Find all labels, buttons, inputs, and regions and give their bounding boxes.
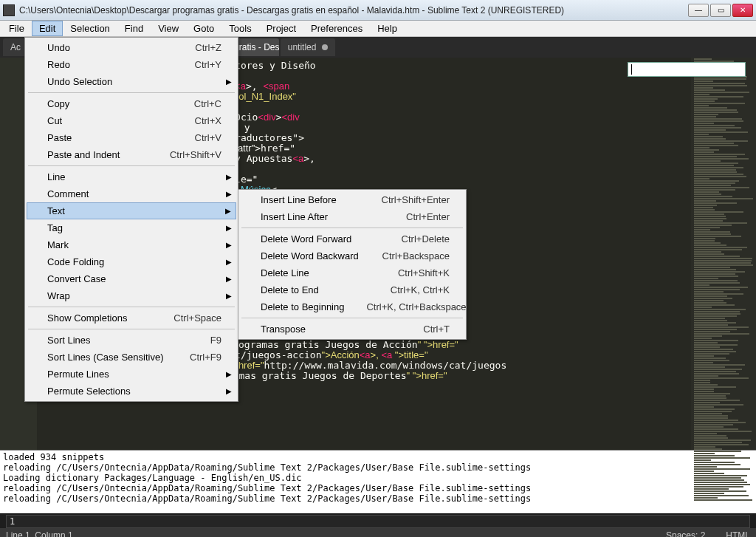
menu-item-undo-selection[interactable]: Undo Selection▶ bbox=[27, 73, 236, 90]
menu-item-shortcut: Ctrl+K, Ctrl+Backspace bbox=[344, 301, 466, 312]
menu-item-line[interactable]: Line▶ bbox=[27, 168, 236, 185]
menu-view[interactable]: View bbox=[151, 21, 186, 36]
chevron-right-icon: ▶ bbox=[226, 173, 232, 181]
menu-item-label: Copy bbox=[47, 98, 69, 109]
menu-item-label: Delete to End bbox=[261, 284, 319, 295]
menu-item-shortcut: Ctrl+F9 bbox=[168, 352, 221, 363]
menu-item-label: Line bbox=[47, 171, 66, 182]
command-line-bar: 1 bbox=[0, 513, 756, 528]
chevron-right-icon: ▶ bbox=[226, 78, 232, 86]
menu-goto[interactable]: Goto bbox=[186, 21, 221, 36]
menu-item-paste[interactable]: PasteCtrl+V bbox=[27, 129, 236, 146]
menu-item-redo[interactable]: RedoCtrl+Y bbox=[27, 56, 236, 73]
side-input-box[interactable] bbox=[628, 62, 746, 77]
status-position: Line 1, Column 1 bbox=[6, 530, 73, 537]
status-language[interactable]: HTML bbox=[726, 530, 750, 537]
menu-item-label: Transpose bbox=[261, 324, 306, 335]
menu-help[interactable]: Help bbox=[370, 21, 405, 36]
window-title: C:\Users\Ontecnia\Desktop\Descargar prog… bbox=[19, 5, 687, 16]
menu-item-transpose[interactable]: TransposeCtrl+T bbox=[240, 321, 464, 338]
menu-project[interactable]: Project bbox=[259, 21, 303, 36]
command-line-input[interactable]: 1 bbox=[6, 515, 750, 528]
menu-item-label: Delete Line bbox=[261, 267, 309, 278]
menu-item-label: Code Folding bbox=[47, 256, 104, 267]
menu-item-shortcut: Ctrl+Shift+Enter bbox=[360, 194, 450, 205]
console-panel[interactable]: loaded 934 snippets reloading /C/Users/O… bbox=[0, 450, 756, 513]
menu-item-text[interactable]: Text▶ bbox=[27, 202, 236, 219]
menu-item-shortcut: Ctrl+Y bbox=[173, 59, 221, 70]
menu-item-sort-lines[interactable]: Sort LinesF9 bbox=[27, 332, 236, 349]
menu-item-undo[interactable]: UndoCtrl+Z bbox=[27, 39, 236, 56]
menu-item-shortcut: Ctrl+C bbox=[172, 98, 221, 109]
menu-item-delete-line[interactable]: Delete LineCtrl+Shift+K bbox=[240, 264, 464, 281]
maximize-button[interactable]: ▭ bbox=[710, 4, 731, 17]
close-button[interactable]: ✕ bbox=[732, 4, 753, 17]
menu-tools[interactable]: Tools bbox=[221, 21, 258, 36]
chevron-right-icon: ▶ bbox=[225, 207, 231, 215]
menu-item-delete-word-backward[interactable]: Delete Word BackwardCtrl+Backspace bbox=[240, 247, 464, 264]
menu-find[interactable]: Find bbox=[117, 21, 151, 36]
menu-item-label: Comment bbox=[47, 188, 89, 199]
menu-item-delete-to-beginning[interactable]: Delete to BeginningCtrl+K, Ctrl+Backspac… bbox=[240, 298, 464, 315]
menu-item-label: Permute Lines bbox=[47, 369, 109, 380]
menu-item-label: Insert Line After bbox=[261, 211, 328, 222]
menu-file[interactable]: File bbox=[1, 21, 32, 36]
chevron-right-icon: ▶ bbox=[226, 224, 232, 232]
status-bar: Line 1, Column 1 Spaces: 2 HTML bbox=[0, 528, 756, 537]
status-spaces[interactable]: Spaces: 2 bbox=[666, 530, 705, 537]
menu-edit[interactable]: Edit bbox=[32, 21, 63, 36]
menu-item-label: Convert Case bbox=[47, 273, 106, 284]
menu-item-convert-case[interactable]: Convert Case▶ bbox=[27, 270, 236, 287]
separator bbox=[241, 318, 463, 318]
menu-item-shortcut: Ctrl+V bbox=[173, 132, 221, 143]
text-submenu-dropdown: Insert Line BeforeCtrl+Shift+EnterInsert… bbox=[238, 189, 467, 340]
menu-item-permute-selections[interactable]: Permute Selections▶ bbox=[27, 383, 236, 400]
menu-item-code-folding[interactable]: Code Folding▶ bbox=[27, 253, 236, 270]
menu-item-insert-line-before[interactable]: Insert Line BeforeCtrl+Shift+Enter bbox=[240, 191, 464, 208]
edit-menu-dropdown: UndoCtrl+ZRedoCtrl+YUndo Selection▶CopyC… bbox=[24, 37, 238, 402]
cursor bbox=[631, 64, 632, 75]
menu-item-shortcut: Ctrl+Shift+K bbox=[376, 267, 450, 278]
menu-item-shortcut: Ctrl+Enter bbox=[384, 211, 450, 222]
separator bbox=[28, 307, 235, 307]
chevron-right-icon: ▶ bbox=[226, 258, 232, 266]
menubar: FileEditSelectionFindViewGotoToolsProjec… bbox=[0, 21, 756, 37]
tab-label: untitled bbox=[288, 42, 317, 52]
menu-item-insert-line-after[interactable]: Insert Line AfterCtrl+Enter bbox=[240, 208, 464, 225]
menu-item-paste-and-indent[interactable]: Paste and IndentCtrl+Shift+V bbox=[27, 146, 236, 163]
menu-item-delete-to-end[interactable]: Delete to EndCtrl+K, Ctrl+K bbox=[240, 281, 464, 298]
menu-item-label: Tag bbox=[47, 222, 63, 233]
menu-item-delete-word-forward[interactable]: Delete Word ForwardCtrl+Delete bbox=[240, 230, 464, 247]
dirty-dot-icon bbox=[322, 44, 328, 50]
menu-item-permute-lines[interactable]: Permute Lines▶ bbox=[27, 366, 236, 383]
menu-item-sort-lines-case-sensitive-[interactable]: Sort Lines (Case Sensitive)Ctrl+F9 bbox=[27, 349, 236, 366]
menu-item-cut[interactable]: CutCtrl+X bbox=[27, 112, 236, 129]
minimap[interactable] bbox=[691, 58, 756, 450]
chevron-right-icon: ▶ bbox=[226, 275, 232, 283]
menu-item-label: Undo Selection bbox=[47, 76, 112, 87]
separator bbox=[241, 228, 463, 228]
chevron-right-icon: ▶ bbox=[226, 241, 232, 249]
menu-item-label: Redo bbox=[47, 59, 70, 70]
menu-item-shortcut: Ctrl+Shift+V bbox=[148, 149, 221, 160]
menu-item-label: Wrap bbox=[47, 290, 70, 301]
separator bbox=[28, 92, 235, 93]
menu-item-comment[interactable]: Comment▶ bbox=[27, 185, 236, 202]
menu-item-tag[interactable]: Tag▶ bbox=[27, 219, 236, 236]
minimize-button[interactable]: — bbox=[688, 4, 709, 17]
app-icon bbox=[3, 4, 15, 16]
menu-item-label: Permute Selections bbox=[47, 386, 131, 397]
menu-item-mark[interactable]: Mark▶ bbox=[27, 236, 236, 253]
menu-item-shortcut: Ctrl+Z bbox=[173, 42, 221, 53]
menu-item-wrap[interactable]: Wrap▶ bbox=[27, 287, 236, 304]
menu-item-show-completions[interactable]: Show CompletionsCtrl+Space bbox=[27, 309, 236, 326]
menu-item-label: Delete to Beginning bbox=[261, 301, 344, 312]
menu-item-copy[interactable]: CopyCtrl+C bbox=[27, 95, 236, 112]
menu-item-shortcut: Ctrl+Delete bbox=[379, 233, 450, 244]
menu-item-label: Paste bbox=[47, 132, 72, 143]
tab[interactable]: untitled bbox=[281, 38, 336, 56]
menu-preferences[interactable]: Preferences bbox=[303, 21, 370, 36]
menu-item-shortcut: F9 bbox=[188, 335, 221, 346]
menu-item-shortcut: Ctrl+K, Ctrl+K bbox=[368, 284, 450, 295]
menu-selection[interactable]: Selection bbox=[63, 21, 117, 36]
